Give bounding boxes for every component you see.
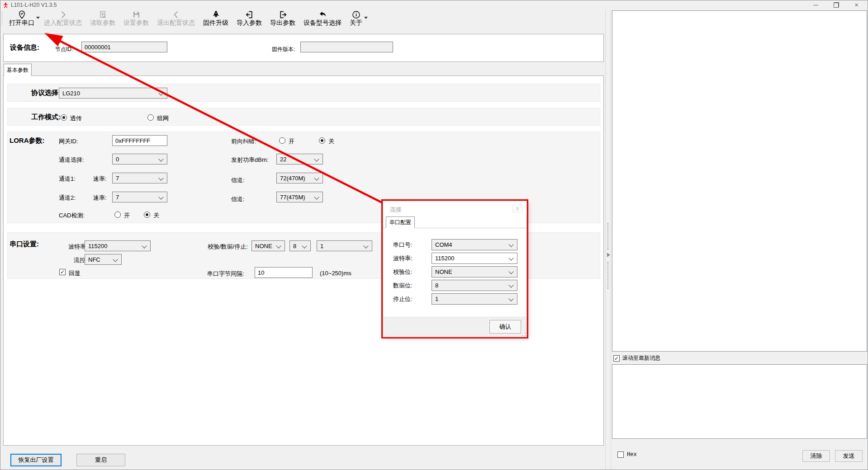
splitter-dots <box>607 262 609 289</box>
channel-select-dropdown[interactable]: 0 <box>112 154 167 164</box>
connect-dialog: 连接 x 串口配置 串口号: COM4 波特率: 115200 校验位: NON… <box>383 201 527 337</box>
channel2-channel-dropdown[interactable]: 77(475M) <box>276 192 323 202</box>
toolbar-enter-config[interactable]: 进入配置状态 <box>40 10 86 27</box>
channel2-rate-dropdown[interactable]: 7 <box>112 192 167 202</box>
toolbar-export-params[interactable]: 导出参数 <box>266 10 299 27</box>
dialog-baud-dropdown[interactable]: 115200 <box>432 253 517 264</box>
window-controls: × <box>806 0 867 9</box>
device-info-title: 设备信息: <box>10 43 39 52</box>
firmware-version-field[interactable] <box>300 42 393 52</box>
doc-search-icon <box>98 10 108 19</box>
byte-interval-value: 10 <box>258 269 264 276</box>
pin-check-icon <box>17 10 27 19</box>
channel1-rate-dropdown[interactable]: 7 <box>112 173 167 183</box>
node-id-value: 00000001 <box>85 44 111 51</box>
channel1-rate-label: 速率: <box>93 175 107 183</box>
toolbar-about[interactable]: 关于 <box>346 10 366 27</box>
restart-button[interactable]: 重启 <box>76 454 125 466</box>
toolbar: 打开串口 进入配置状态 读取参数 设置参数 退出配置状态 固件升级 导入参数 导… <box>0 9 605 27</box>
channel1-channel-dropdown[interactable]: 72(470M) <box>276 173 323 183</box>
toolbar-import-params[interactable]: 导入参数 <box>232 10 266 27</box>
minimize-button[interactable] <box>806 0 826 9</box>
work-mode-label: 工作模式: <box>31 113 61 122</box>
fec-off-radio[interactable] <box>319 137 325 144</box>
dialog-baud-label: 波特率: <box>393 254 413 263</box>
toolbar-label: 打开串口 <box>9 19 34 27</box>
toolbar-open-serial[interactable]: 打开串口 <box>5 10 38 27</box>
channel1-channel-label: 信道: <box>231 176 245 184</box>
about-dropdown-caret-icon[interactable] <box>364 17 368 21</box>
panel-splitter[interactable] <box>605 9 611 470</box>
work-mode-transparent-label: 透传 <box>70 114 82 122</box>
hex-checkbox[interactable] <box>617 451 624 458</box>
tx-power-dropdown[interactable]: 22 <box>276 154 323 164</box>
gateway-id-label: 网关ID: <box>59 137 78 146</box>
floppy-icon <box>132 10 141 19</box>
parity-data-stop-label: 校验/数据/停止: <box>208 243 248 251</box>
work-mode-network-radio[interactable] <box>147 114 154 121</box>
stop-bits-dropdown[interactable]: 1 <box>317 240 372 251</box>
dialog-stopbits-value: 1 <box>435 296 438 302</box>
node-id-field[interactable]: 00000001 <box>81 42 167 52</box>
dialog-databits-label: 数据位: <box>393 282 413 290</box>
send-button[interactable]: 发送 <box>835 450 863 462</box>
toolbar-label: 进入配置状态 <box>44 19 82 27</box>
app-window: { "titlebar": { "title": "L101-L-H20 V1.… <box>0 0 868 470</box>
factory-reset-button[interactable]: 恢复出厂设置 <box>10 454 62 466</box>
channel2-rate-label: 速率: <box>93 194 107 202</box>
gateway-id-field[interactable]: 0xFFFFFFFF <box>112 135 167 146</box>
channel-select-value: 0 <box>116 156 119 163</box>
restore-icon <box>834 2 839 8</box>
toolbar-set-params[interactable]: 设置参数 <box>119 10 153 27</box>
cad-off-radio[interactable] <box>144 212 150 218</box>
restore-button[interactable] <box>826 0 846 9</box>
toolbar-label: 关于 <box>350 19 362 27</box>
toolbar-read-params[interactable]: 读取参数 <box>86 10 119 27</box>
protocol-value: LG210 <box>62 90 80 97</box>
channel1-label: 通道1: <box>59 175 76 183</box>
data-bits-dropdown[interactable]: 8 <box>289 240 311 251</box>
toolbar-exit-config[interactable]: 退出配置状态 <box>153 10 199 27</box>
confirm-button[interactable]: 确认 <box>489 320 521 334</box>
dialog-databits-value: 8 <box>435 282 438 289</box>
chevron-right-icon <box>58 10 68 19</box>
titlebar: L101-L-H20 V1.3.5 × <box>0 0 868 9</box>
toolbar-firmware-upgrade[interactable]: 固件升级 <box>199 10 232 27</box>
fec-on-radio[interactable] <box>279 137 285 144</box>
protocol-select[interactable]: LG210 <box>59 88 167 99</box>
serial-section-title: 串口设置: <box>9 240 39 249</box>
receive-log-area[interactable] <box>612 10 867 352</box>
tab-basic-params[interactable]: 基本参数 <box>4 64 32 76</box>
clear-button[interactable]: 清除 <box>802 450 830 462</box>
close-button[interactable]: × <box>846 0 867 9</box>
toolbar-label: 导入参数 <box>237 19 262 27</box>
scroll-latest-checkbox[interactable] <box>613 355 620 362</box>
byte-interval-label: 串口字节间隔: <box>207 270 244 278</box>
hex-label: Hex <box>627 451 637 458</box>
dialog-databits-dropdown[interactable]: 8 <box>432 280 517 291</box>
window-title: L101-L-H20 V1.3.5 <box>11 2 57 8</box>
dialog-parity-dropdown[interactable]: NONE <box>432 266 517 277</box>
work-mode-transparent-radio[interactable] <box>61 114 67 121</box>
dialog-stopbits-dropdown[interactable]: 1 <box>432 293 517 305</box>
baud-rate-dropdown[interactable]: 115200 <box>85 240 151 251</box>
com-port-dropdown[interactable]: COM4 <box>432 239 517 250</box>
cad-on-radio[interactable] <box>114 212 121 218</box>
toolbar-label: 固件升级 <box>203 19 228 27</box>
tab-serial-config[interactable]: 串口配置 <box>386 216 415 228</box>
echo-checkbox[interactable] <box>59 269 66 275</box>
byte-interval-hint: (10~250)ms <box>320 270 351 277</box>
toolbar-label: 读取参数 <box>90 19 115 27</box>
send-input-area[interactable] <box>612 364 867 439</box>
toolbar-device-model-select[interactable]: 设备型号选择 <box>299 10 346 27</box>
flow-control-dropdown[interactable]: NFC <box>85 254 122 265</box>
byte-interval-field[interactable]: 10 <box>255 267 313 278</box>
toolbar-label: 设备型号选择 <box>304 19 342 27</box>
open-serial-dropdown-caret-icon[interactable] <box>36 17 40 21</box>
clear-label: 清除 <box>811 452 822 460</box>
node-id-label: 节点ID: <box>55 46 73 53</box>
parity-dropdown[interactable]: NONE <box>251 240 285 251</box>
cad-label: CAD检测: <box>59 212 85 220</box>
firmware-version-label: 固件版本: <box>272 46 295 53</box>
dialog-close-button[interactable]: x <box>512 204 523 212</box>
